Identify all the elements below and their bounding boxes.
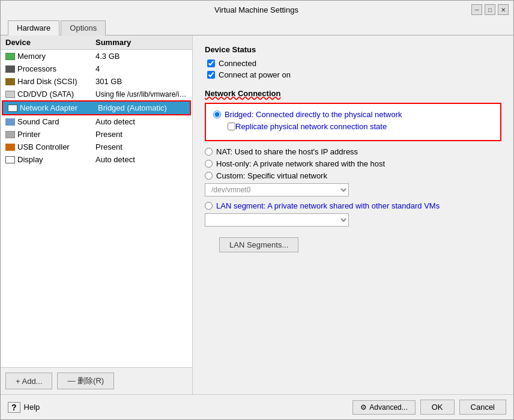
left-buttons: + Add... — 删除(R) <box>1 367 192 394</box>
device-row-printer[interactable]: Printer Present <box>1 128 192 141</box>
left-panel: Device Summary Memory 4.3 GB Processors … <box>1 35 193 394</box>
device-table: Device Summary Memory 4.3 GB Processors … <box>1 35 192 367</box>
network-connection-box: Bridged: Connected directly to the physi… <box>205 103 501 141</box>
custom-radio[interactable] <box>205 172 213 180</box>
lan-segment-radio[interactable] <box>205 202 213 210</box>
tab-options[interactable]: Options <box>61 20 106 35</box>
device-name-network: Network Adapter <box>20 103 98 112</box>
bridged-row: Bridged: Connected directly to the physi… <box>213 110 493 119</box>
usb-icon <box>5 144 15 151</box>
bottom-right: ⚙ Advanced... OK Cancel <box>352 400 506 415</box>
device-summary-printer: Present <box>95 130 187 139</box>
connected-label: Connected <box>219 59 256 68</box>
col-summary: Summary <box>95 38 187 47</box>
ok-button[interactable]: OK <box>420 400 455 415</box>
gear-icon: ⚙ <box>360 403 367 412</box>
right-panel: Device Status Connected Connect at power… <box>193 35 513 394</box>
processor-icon <box>5 65 15 73</box>
sound-icon <box>5 118 15 126</box>
device-row-cddvd[interactable]: CD/DVD (SATA) Using file /usr/lib/vmware… <box>1 88 192 100</box>
lan-segment-label: LAN segment: A private network shared wi… <box>216 201 440 210</box>
window-title: Virtual Machine Settings <box>41 5 471 14</box>
virtual-machine-settings-window: Virtual Machine Settings ─ □ ✕ Hardware … <box>0 0 514 420</box>
minimize-button[interactable]: ─ <box>471 4 482 15</box>
tab-hardware[interactable]: Hardware <box>8 20 59 35</box>
maximize-button[interactable]: □ <box>485 4 495 15</box>
device-name-processors: Processors <box>17 64 95 73</box>
custom-row: Custom: Specific virtual network <box>205 171 501 180</box>
bottom-bar: ? Help ⚙ Advanced... OK Cancel <box>1 394 513 419</box>
bottom-left: ? Help <box>8 402 40 413</box>
device-name-sound: Sound Card <box>17 117 95 126</box>
harddisk-icon <box>5 78 15 85</box>
device-status-title: Device Status <box>205 45 501 54</box>
device-summary-sound: Auto detect <box>95 117 187 126</box>
host-only-row: Host-only: A private network shared with… <box>205 159 501 168</box>
lan-segment-dropdown-row <box>205 213 501 227</box>
main-content: Device Summary Memory 4.3 GB Processors … <box>1 35 513 394</box>
device-name-cddvd: CD/DVD (SATA) <box>17 90 95 99</box>
title-bar: Virtual Machine Settings ─ □ ✕ <box>1 1 513 17</box>
device-summary-memory: 4.3 GB <box>95 52 187 61</box>
help-label[interactable]: Help <box>24 403 40 412</box>
memory-icon <box>5 53 15 60</box>
device-row-usb[interactable]: USB Controller Present <box>1 141 192 153</box>
device-row-processors[interactable]: Processors 4 <box>1 62 192 75</box>
network-adapter-highlight: Network Adapter Bridged (Automatic) <box>2 100 191 115</box>
host-only-label: Host-only: A private network shared with… <box>216 159 385 168</box>
device-row-display[interactable]: Display Auto detect <box>1 153 192 166</box>
replicate-row: Replicate physical network connection st… <box>228 122 493 131</box>
host-only-radio[interactable] <box>205 160 213 168</box>
connected-checkbox-row: Connected <box>207 59 501 68</box>
lan-segment-row: LAN segment: A private network shared wi… <box>205 201 501 210</box>
help-icon[interactable]: ? <box>8 402 20 413</box>
cancel-button[interactable]: Cancel <box>459 400 506 415</box>
connect-at-power-on-row: Connect at power on <box>207 70 501 79</box>
device-summary-network: Bridged (Automatic) <box>98 103 185 112</box>
device-name-memory: Memory <box>17 52 95 61</box>
lan-segment-dropdown[interactable] <box>205 213 349 227</box>
device-name-usb: USB Controller <box>17 142 95 151</box>
bridged-radio[interactable] <box>213 111 221 118</box>
display-icon <box>5 156 15 163</box>
network-connection-title: Network Connection <box>205 89 501 98</box>
col-device: Device <box>5 38 95 47</box>
custom-dropdown[interactable]: /dev/vmnet0 <box>205 183 349 196</box>
lan-segments-btn-row: LAN Segments... <box>219 235 501 252</box>
bridged-label: Bridged: Connected directly to the physi… <box>225 110 402 119</box>
connect-at-power-on-label: Connect at power on <box>219 70 291 79</box>
printer-icon <box>5 131 15 138</box>
device-summary-harddisk: 301 GB <box>95 77 187 86</box>
cdrom-icon <box>5 91 15 98</box>
device-name-printer: Printer <box>17 130 95 139</box>
device-summary-usb: Present <box>95 142 187 151</box>
device-summary-processors: 4 <box>95 64 187 73</box>
replicate-checkbox[interactable] <box>228 123 235 130</box>
device-name-display: Display <box>17 155 95 164</box>
device-row-sound[interactable]: Sound Card Auto detect <box>1 115 192 128</box>
nat-radio[interactable] <box>205 148 213 156</box>
custom-label: Custom: Specific virtual network <box>216 171 327 180</box>
device-summary-display: Auto detect <box>95 155 187 164</box>
remove-button[interactable]: — 删除(R) <box>57 373 114 389</box>
tab-bar: Hardware Options <box>1 17 513 35</box>
device-table-header: Device Summary <box>1 35 192 50</box>
nat-row: NAT: Used to share the host's IP address <box>205 147 501 156</box>
connected-checkbox[interactable] <box>207 59 215 67</box>
window-controls: ─ □ ✕ <box>471 4 509 15</box>
device-row-harddisk[interactable]: Hard Disk (SCSI) 301 GB <box>1 75 192 88</box>
replicate-label: Replicate physical network connection st… <box>235 122 387 131</box>
device-row-memory[interactable]: Memory 4.3 GB <box>1 50 192 62</box>
add-button[interactable]: + Add... <box>5 373 52 389</box>
device-row-network[interactable]: Network Adapter Bridged (Automatic) <box>3 102 190 114</box>
device-summary-cddvd: Using file /usr/lib/vmware/isoimage... <box>95 90 187 99</box>
nat-label: NAT: Used to share the host's IP address <box>216 147 358 156</box>
custom-dropdown-row: /dev/vmnet0 <box>205 183 501 196</box>
advanced-button[interactable]: ⚙ Advanced... <box>352 400 415 415</box>
close-button[interactable]: ✕ <box>498 4 509 15</box>
network-icon <box>8 105 17 112</box>
lan-segments-button[interactable]: LAN Segments... <box>219 237 298 252</box>
device-name-harddisk: Hard Disk (SCSI) <box>17 77 95 86</box>
advanced-label: Advanced... <box>369 403 407 412</box>
connect-at-power-on-checkbox[interactable] <box>207 71 215 79</box>
